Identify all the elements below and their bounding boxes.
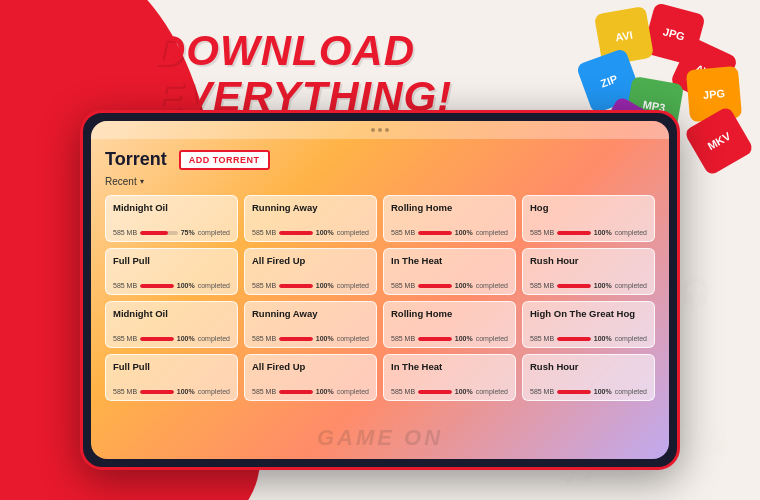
card-title: Rush Hour xyxy=(530,255,647,277)
progress-bar xyxy=(557,337,591,341)
screen-topbar xyxy=(91,121,669,139)
card-title: Midnight Oil xyxy=(113,308,230,330)
card-size: 585 MB xyxy=(391,335,415,342)
card-size: 585 MB xyxy=(530,229,554,236)
torrent-card[interactable]: Full Pull585 MB100%completed xyxy=(105,248,238,295)
progress-bar xyxy=(140,284,174,288)
progress-bar xyxy=(418,390,452,394)
headline: DOWNLOAD EVERYTHING! xyxy=(155,28,452,120)
progress-bar xyxy=(279,337,313,341)
card-meta: 585 MB100%completed xyxy=(252,335,369,342)
card-percent: 100% xyxy=(177,388,195,395)
tablet: Torrent ADD TORRENT Recent ▾ Midnight Oi… xyxy=(80,110,680,470)
torrent-card[interactable]: In The Heat585 MB100%completed xyxy=(383,248,516,295)
card-size: 585 MB xyxy=(252,388,276,395)
card-size: 585 MB xyxy=(113,388,137,395)
card-size: 585 MB xyxy=(530,388,554,395)
torrent-card[interactable]: Rush Hour585 MB100%completed xyxy=(522,248,655,295)
topbar-dots xyxy=(371,128,389,132)
card-status: completed xyxy=(198,229,230,236)
card-meta: 585 MB100%completed xyxy=(113,388,230,395)
torrent-card[interactable]: Full Pull585 MB100%completed xyxy=(105,354,238,401)
progress-bar xyxy=(418,284,452,288)
torrent-card[interactable]: High On The Great Hog585 MB100%completed xyxy=(522,301,655,348)
filter-label: Recent xyxy=(105,176,137,187)
card-status: completed xyxy=(337,335,369,342)
progress-fill xyxy=(140,390,174,394)
card-title: Running Away xyxy=(252,308,369,330)
card-title: Full Pull xyxy=(113,255,230,277)
torrent-card[interactable]: Rush Hour585 MB100%completed xyxy=(522,354,655,401)
card-meta: 585 MB100%completed xyxy=(530,335,647,342)
progress-bar xyxy=(140,390,174,394)
card-status: completed xyxy=(615,229,647,236)
card-meta: 585 MB100%completed xyxy=(391,229,508,236)
card-percent: 100% xyxy=(455,282,473,289)
card-size: 585 MB xyxy=(391,282,415,289)
torrent-card[interactable]: In The Heat585 MB100%completed xyxy=(383,354,516,401)
progress-fill xyxy=(557,337,591,341)
card-status: completed xyxy=(476,282,508,289)
torrent-card[interactable]: All Fired Up585 MB100%completed xyxy=(244,354,377,401)
card-meta: 585 MB100%completed xyxy=(113,282,230,289)
card-meta: 585 MB100%completed xyxy=(252,229,369,236)
topbar-dot xyxy=(378,128,382,132)
progress-bar xyxy=(140,231,178,235)
card-size: 585 MB xyxy=(252,335,276,342)
card-title: All Fired Up xyxy=(252,361,369,383)
progress-fill xyxy=(279,284,313,288)
card-meta: 585 MB75%completed xyxy=(113,229,230,236)
progress-fill xyxy=(557,284,591,288)
tablet-frame: Torrent ADD TORRENT Recent ▾ Midnight Oi… xyxy=(80,110,680,470)
torrent-card[interactable]: Midnight Oil585 MB100%completed xyxy=(105,301,238,348)
torrent-grid: Midnight Oil585 MB75%completedRunning Aw… xyxy=(105,195,655,401)
progress-fill xyxy=(557,390,591,394)
progress-fill xyxy=(279,231,313,235)
progress-bar xyxy=(557,284,591,288)
card-percent: 100% xyxy=(594,229,612,236)
progress-fill xyxy=(140,337,174,341)
torrent-card[interactable]: Hog585 MB100%completed xyxy=(522,195,655,242)
card-title: Hog xyxy=(530,202,647,224)
headline-line1: DOWNLOAD xyxy=(155,28,452,74)
card-meta: 585 MB100%completed xyxy=(391,335,508,342)
torrent-card[interactable]: Rolling Home585 MB100%completed xyxy=(383,301,516,348)
card-percent: 100% xyxy=(316,335,334,342)
card-title: Full Pull xyxy=(113,361,230,383)
torrent-card[interactable]: Running Away585 MB100%completed xyxy=(244,301,377,348)
card-status: completed xyxy=(198,335,230,342)
card-status: completed xyxy=(476,335,508,342)
card-status: completed xyxy=(337,388,369,395)
card-meta: 585 MB100%completed xyxy=(530,282,647,289)
progress-fill xyxy=(418,390,452,394)
torrent-card[interactable]: Running Away585 MB100%completed xyxy=(244,195,377,242)
progress-fill xyxy=(557,231,591,235)
card-title: Midnight Oil xyxy=(113,202,230,224)
progress-bar xyxy=(279,390,313,394)
topbar-dot xyxy=(371,128,375,132)
recent-filter[interactable]: Recent ▾ xyxy=(105,176,655,187)
progress-fill xyxy=(418,231,452,235)
card-meta: 585 MB100%completed xyxy=(391,388,508,395)
card-percent: 100% xyxy=(594,335,612,342)
svg-text:🔒: 🔒 xyxy=(700,424,735,457)
card-meta: 585 MB100%completed xyxy=(252,282,369,289)
card-percent: 75% xyxy=(181,229,195,236)
card-meta: 585 MB100%completed xyxy=(530,388,647,395)
torrent-card[interactable]: All Fired Up585 MB100%completed xyxy=(244,248,377,295)
add-torrent-button[interactable]: ADD TORRENT xyxy=(179,150,270,170)
card-meta: 585 MB100%completed xyxy=(391,282,508,289)
card-size: 585 MB xyxy=(530,335,554,342)
card-size: 585 MB xyxy=(252,229,276,236)
torrent-card[interactable]: Rolling Home585 MB100%completed xyxy=(383,195,516,242)
progress-fill xyxy=(279,337,313,341)
progress-bar xyxy=(279,231,313,235)
tablet-screen: Torrent ADD TORRENT Recent ▾ Midnight Oi… xyxy=(91,121,669,459)
card-size: 585 MB xyxy=(252,282,276,289)
card-status: completed xyxy=(476,388,508,395)
card-meta: 585 MB100%completed xyxy=(252,388,369,395)
card-title: Rolling Home xyxy=(391,202,508,224)
torrent-card[interactable]: Midnight Oil585 MB75%completed xyxy=(105,195,238,242)
card-status: completed xyxy=(615,335,647,342)
card-title: Rolling Home xyxy=(391,308,508,330)
